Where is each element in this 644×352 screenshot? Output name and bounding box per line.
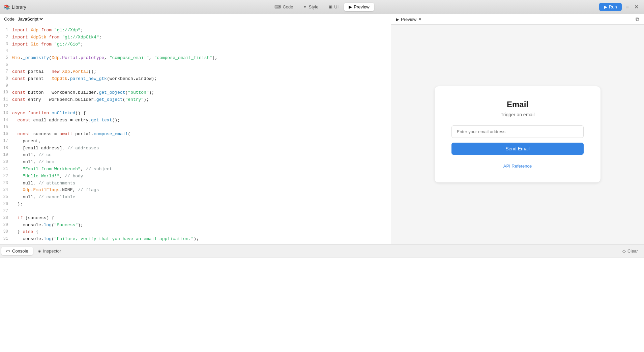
code-line: 23 null, // attachments [0,180,391,187]
code-line: 12 [0,103,391,110]
run-icon: ▶ [604,4,607,9]
email-widget-subtitle: Trigger an email [451,112,583,117]
titlebar-actions: ▶ Run ≡ ✕ [599,2,640,11]
tab-code[interactable]: ⌨ Code [270,3,298,11]
preview-body: Email Trigger an email Send Email API Re… [391,25,644,244]
inspector-icon: ◈ [38,248,41,254]
email-address-input[interactable] [451,125,583,138]
code-line: 26 ); [0,201,391,208]
code-line: 30 } else { [0,229,391,236]
preview-header-icon: ▶ [396,17,399,22]
style-icon: ✦ [303,4,307,9]
code-header-label: Code [4,17,14,22]
code-header: Code JavaScript [0,14,391,24]
run-button[interactable]: ▶ Run [599,3,622,11]
preview-copy-button[interactable]: ⧉ [636,16,639,22]
code-line: 10const button = workbench.builder.get_o… [0,89,391,96]
inspector-tab[interactable]: ◈ Inspector [33,247,66,255]
preview-header: ▶ Preview ▼ ⧉ [391,14,644,25]
clear-button[interactable]: ◇ Clear [618,247,643,255]
console-icon: ▭ [6,248,10,254]
titlebar-tabs: ⌨ Code ✦ Style ▣ UI ▶ Preview [270,3,374,11]
code-line: 6 [0,62,391,68]
console-tab[interactable]: ▭ Console [1,247,33,255]
code-line: 15 [0,124,391,131]
code-line: 27 [0,208,391,215]
code-line: 28 if (success) { [0,215,391,222]
code-line: 11const entry = workbench.builder.get_ob… [0,96,391,104]
api-reference-link[interactable]: API Reference [503,164,532,169]
language-select[interactable]: JavaScript [17,16,44,22]
preview-dropdown-icon: ▼ [418,17,422,21]
ui-icon: ▣ [328,4,332,9]
code-line: 1import Xdp from "gi://Xdp"; [0,27,391,34]
code-line: 13async function onClicked() { [0,110,391,117]
code-line: 2import XdpGtk from "gi://XdpGtk4"; [0,34,391,41]
code-line: 8const parent = XdpGtk.parent_new_gtk(wo… [0,76,391,83]
code-line: 3import Gio from "gi://Gio"; [0,41,391,48]
send-email-button[interactable]: Send Email [451,143,583,155]
code-line: 16 const success = await portal.compose_… [0,131,391,138]
code-line: 21 "Email from Workbench", // subject [0,166,391,173]
preview-header-label: Preview [401,17,416,22]
code-line: 5Gio._promisify(Xdp.Portal.prototype, "c… [0,55,391,62]
code-line: 29 console.log("Success"); [0,222,391,229]
code-line: 17 parent, [0,138,391,145]
library-icon: 📚 [4,4,10,10]
editor-preview: Code JavaScript 1import Xdp from "gi://X… [0,14,644,244]
console-area [0,258,644,352]
code-line: 25 null, // cancellable [0,194,391,201]
code-line: 4 [0,48,391,55]
code-line: 18 [email_address], // addresses [0,145,391,152]
code-line: 31 console.log("Failure, verify that you… [0,236,391,243]
email-widget-title: Email [451,100,583,109]
code-line: 7const portal = new Xdp.Portal(); [0,68,391,76]
code-line: 20 null, // bcc [0,159,391,166]
bottom-bar: ▭ Console ◈ Inspector ◇ Clear [0,244,644,258]
app-title-text: Library [12,4,26,10]
close-button[interactable]: ✕ [633,2,640,11]
code-line: 19 null, // cc [0,152,391,159]
code-line: 24 Xdp.EmailFlags.NONE, // flags [0,187,391,194]
preview-icon: ▶ [349,4,352,9]
app-title: 📚 Library [4,4,26,10]
code-line: 14 const email_address = entry.get_text(… [0,117,391,124]
code-icon: ⌨ [274,4,281,9]
tab-ui[interactable]: ▣ UI [324,3,343,11]
code-line: 9 [0,83,391,89]
titlebar: 📚 Library ⌨ Code ✦ Style ▣ UI ▶ Preview … [0,0,644,14]
preview-panel: ▶ Preview ▼ ⧉ Email Trigger an email Sen… [391,14,644,244]
tab-preview[interactable]: ▶ Preview [344,3,374,11]
email-widget: Email Trigger an email Send Email API Re… [435,86,600,182]
code-line: 22 "Hello World!", // body [0,173,391,180]
menu-button[interactable]: ≡ [624,3,630,11]
tab-style[interactable]: ✦ Style [298,3,323,11]
main-area: Code JavaScript 1import Xdp from "gi://X… [0,14,644,352]
clear-icon: ◇ [622,248,626,254]
code-body[interactable]: 1import Xdp from "gi://Xdp"; 2import Xdp… [0,24,391,244]
code-panel: Code JavaScript 1import Xdp from "gi://X… [0,14,391,244]
